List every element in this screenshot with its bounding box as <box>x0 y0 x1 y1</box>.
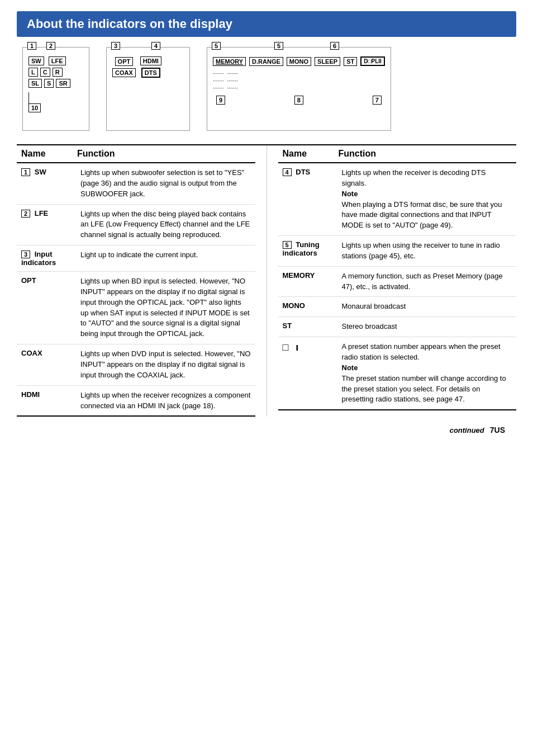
left-function-header: Function <box>77 149 251 159</box>
table-row: □ ı A preset station number appears when… <box>278 337 517 410</box>
row-coax-function: Lights up when DVD input is selected. Ho… <box>80 349 251 381</box>
continued-text: continued <box>450 426 484 434</box>
row-lfe-name: 2 LFE <box>21 209 77 241</box>
table-row: 4 DTS Lights up when the receiver is dec… <box>278 163 517 236</box>
diag3-num5a: 5 <box>212 42 221 50</box>
diag-st-label: ST <box>344 57 357 66</box>
table-row: ST Stereo broadcast <box>278 317 517 337</box>
table-row: MONO Monaural broadcast <box>278 297 517 317</box>
row-hdmi-name: HDMI <box>21 390 77 412</box>
table-row: MEMORY A memory function, such as Preset… <box>278 267 517 297</box>
row-memory-name: MEMORY <box>283 271 339 292</box>
row-st-name: ST <box>283 322 339 332</box>
table-row: 1 SW Lights up when subwoofer selection … <box>17 163 255 205</box>
row-dts-name: 4 DTS <box>283 168 339 231</box>
row-st-function: Stereo broadcast <box>342 322 512 332</box>
row-hdmi-function: Lights up when the receiver recognizes a… <box>80 390 251 412</box>
diag-c-label: C <box>40 68 50 77</box>
left-name-header: Name <box>21 149 77 159</box>
row-opt-name: OPT <box>21 276 77 339</box>
diag-mono-label: MONO <box>287 57 311 66</box>
right-table: Name Function 4 DTS Lights up when the r… <box>267 145 517 417</box>
row-lfe-num: 2 <box>21 210 30 218</box>
table-row: HDMI Lights up when the receiver recogni… <box>17 386 255 417</box>
diag2-num4: 4 <box>151 42 160 50</box>
row-lfe-function: Lights up when the disc being played bac… <box>80 209 251 241</box>
diag3-num6: 6 <box>330 42 339 50</box>
diag1-num10: 10 <box>28 103 41 112</box>
right-table-header: Name Function <box>278 145 517 163</box>
diag-r-label: R <box>53 68 63 77</box>
diagram-3: 5 5 6 MEMORY D.RANGE MONO SLEEP ST D□PLI… <box>207 47 391 131</box>
diagrams-area: 1 2 SW LFE L C R SL S SR 10 3 4 OPT COAX <box>17 47 516 131</box>
row-preset-name: □ ı <box>283 342 339 405</box>
diag-dts-label: DTS <box>141 68 160 78</box>
row-coax-name: COAX <box>21 349 77 381</box>
row-tuning-function: Lights up when using the receiver to tun… <box>342 240 512 262</box>
row-input-function: Light up to indicate the current input. <box>80 250 251 267</box>
row-tuning-num: 5 <box>283 241 292 249</box>
diag-sw-label: SW <box>28 56 44 65</box>
row-mono-name: MONO <box>283 301 339 312</box>
diag1-num1: 1 <box>27 42 36 50</box>
left-table-header: Name Function <box>17 145 255 163</box>
diag-opt-label: OPT <box>115 57 134 66</box>
right-function-header: Function <box>339 149 512 159</box>
row-input-num: 3 <box>21 251 30 258</box>
diag-coax-label: COAX <box>112 68 136 77</box>
diag3-num8: 8 <box>294 96 303 105</box>
diag-sl-label: SL <box>28 79 42 88</box>
row-tuning-name: 5 Tuningindicators <box>283 240 339 262</box>
left-table: Name Function 1 SW Lights up when subwoo… <box>17 145 267 417</box>
row-sw-num: 1 <box>21 168 30 176</box>
page-title: About the indicators on the display <box>17 11 516 37</box>
row-input-name: 3 Inputindicators <box>21 250 77 267</box>
row-sw-name: 1 SW <box>21 168 77 200</box>
diag-sr-label: SR <box>56 79 70 88</box>
row-dts-num: 4 <box>283 168 292 176</box>
diag-drange-label: D.RANGE <box>249 57 283 66</box>
page-number: 7US <box>490 426 505 434</box>
row-opt-function: Lights up when BD input is selected. How… <box>80 276 251 339</box>
diag-s-label: S <box>44 79 54 88</box>
right-name-header: Name <box>283 149 339 159</box>
row-sw-function: Lights up when subwoofer selection is se… <box>80 168 251 200</box>
diagram-1: 1 2 SW LFE L C R SL S SR 10 <box>22 47 89 131</box>
diag3-num9: 9 <box>216 96 225 105</box>
diagram-2: 3 4 OPT COAX HDMI DTS <box>106 47 190 131</box>
main-tables: Name Function 1 SW Lights up when subwoo… <box>17 144 516 417</box>
table-row: 5 Tuningindicators Lights up when using … <box>278 236 517 267</box>
table-row: OPT Lights up when BD input is selected.… <box>17 272 255 344</box>
diag-dolby-label: D□PLII <box>360 56 385 66</box>
diag-l-label: L <box>28 68 38 77</box>
diag-hdmi-label: HDMI <box>140 56 161 65</box>
row-dts-function: Lights up when the receiver is decoding … <box>342 168 512 231</box>
diag2-num3: 3 <box>111 42 120 50</box>
row-memory-function: A memory function, such as Preset Memory… <box>342 271 512 292</box>
diag3-num5b: 5 <box>274 42 283 50</box>
row-mono-function: Monaural broadcast <box>342 301 512 312</box>
row-preset-function: A preset station number appears when the… <box>342 342 512 405</box>
diag-sleep-label: SLEEP <box>315 57 340 66</box>
diag-memory-label: MEMORY <box>213 57 246 66</box>
diag-lfe-label: LFE <box>49 56 66 65</box>
diag1-num2: 2 <box>46 42 55 50</box>
table-row: 3 Inputindicators Light up to indicate t… <box>17 245 255 272</box>
table-row: COAX Lights up when DVD input is selecte… <box>17 344 255 386</box>
table-row: 2 LFE Lights up when the disc being play… <box>17 205 255 246</box>
diag3-num7: 7 <box>373 96 382 105</box>
